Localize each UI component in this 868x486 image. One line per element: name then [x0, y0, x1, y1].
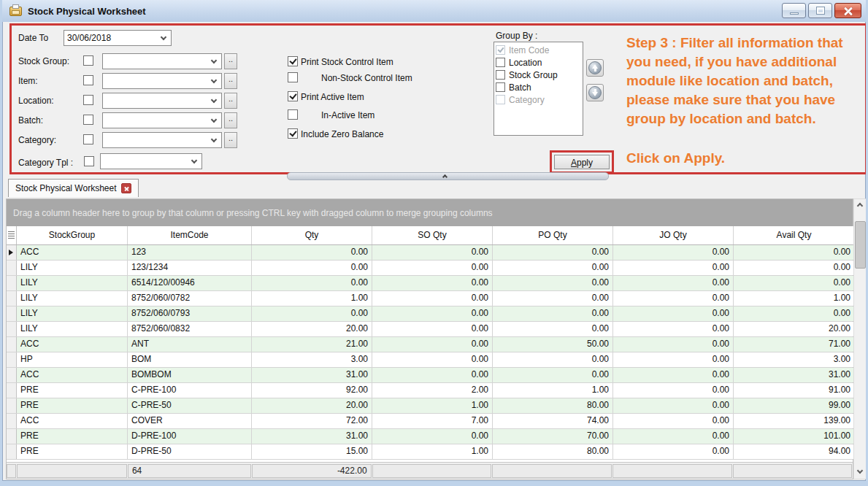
column-header[interactable]: ItemCode — [128, 226, 252, 244]
grid-cell[interactable]: 8752/060/0832 — [128, 322, 252, 336]
option-checkbox[interactable] — [288, 56, 298, 66]
table-row[interactable]: LILY8752/060/07821.000.000.000.001.00 — [7, 291, 853, 306]
grid-cell[interactable]: 0.00 — [372, 245, 493, 260]
grid-cell[interactable]: 0.00 — [372, 261, 493, 275]
row-indicator[interactable] — [7, 261, 17, 275]
row-indicator[interactable] — [7, 383, 17, 398]
browse-button[interactable]: .. — [224, 132, 237, 148]
grid-cell[interactable]: LILY — [17, 306, 128, 321]
grid-cell[interactable]: 0.00 — [613, 352, 734, 367]
filter-combobox[interactable] — [102, 112, 222, 128]
grid-cell[interactable]: HP — [17, 352, 128, 367]
grid-cell[interactable]: 92.00 — [252, 383, 372, 398]
grid-cell[interactable]: 2.00 — [372, 383, 493, 398]
grid-cell[interactable]: 0.00 — [372, 322, 493, 336]
grid-cell[interactable]: 3.00 — [734, 352, 854, 367]
grid-cell[interactable]: LILY — [17, 291, 128, 306]
grid-cell[interactable]: 20.00 — [734, 322, 854, 336]
group-by-item[interactable]: Category — [496, 93, 583, 106]
group-by-checkbox[interactable] — [496, 58, 505, 67]
table-row[interactable]: PRED-PRE-10031.000.0070.000.00101.00 — [7, 429, 853, 444]
grid-cell[interactable]: PRE — [17, 383, 128, 398]
grid-cell[interactable]: 21.00 — [252, 337, 372, 352]
browse-button[interactable]: .. — [224, 53, 237, 69]
group-by-item[interactable]: Batch — [496, 81, 583, 93]
grid-cell[interactable]: 0.00 — [734, 306, 854, 321]
grid-cell[interactable]: C-PRE-50 — [128, 398, 252, 413]
grid-cell[interactable]: 0.00 — [613, 322, 734, 336]
grid-cell[interactable]: 0.00 — [493, 368, 613, 382]
grid-cell[interactable]: 0.00 — [252, 276, 372, 290]
column-header[interactable]: JO Qty — [613, 226, 734, 244]
filter-combobox[interactable] — [102, 53, 222, 69]
grid-cell[interactable]: BOMBOM — [128, 368, 252, 382]
grid-cell[interactable]: 0.00 — [372, 306, 493, 321]
grid-cell[interactable]: 74.00 — [493, 414, 613, 428]
group-by-drop-zone[interactable]: Drag a column header here to group by th… — [7, 199, 853, 226]
grid-cell[interactable]: 0.00 — [372, 276, 493, 290]
grid-cell[interactable]: 91.00 — [734, 383, 854, 398]
grid-cell[interactable]: 1.00 — [372, 398, 493, 413]
grid-cell[interactable]: 0.00 — [613, 291, 734, 306]
table-row[interactable]: LILY123/12340.000.000.000.000.00 — [7, 261, 853, 276]
grid-cell[interactable]: 0.00 — [613, 337, 734, 352]
option-checkbox[interactable] — [288, 91, 298, 101]
table-row[interactable]: ACCANT21.000.0050.000.0071.00 — [7, 337, 853, 352]
grid-cell[interactable]: 0.00 — [734, 261, 854, 275]
grid-cell[interactable]: 70.00 — [493, 429, 613, 444]
grid-cell[interactable]: 0.00 — [613, 444, 734, 459]
grid-cell[interactable]: COVER — [128, 414, 252, 428]
grid-cell[interactable]: 0.00 — [493, 245, 613, 260]
grid-cell[interactable]: 0.00 — [613, 429, 734, 444]
grid-cell[interactable]: 0.00 — [613, 261, 734, 275]
table-row[interactable]: ACCCOVER72.007.0074.000.00139.00 — [7, 414, 853, 429]
grid-cell[interactable]: 0.00 — [734, 245, 854, 260]
grid-cell[interactable]: D-PRE-100 — [128, 429, 252, 444]
grid-cell[interactable]: 0.00 — [493, 261, 613, 275]
column-header[interactable]: StockGroup — [17, 226, 128, 244]
group-by-item[interactable]: Stock Group — [496, 69, 583, 81]
tab-stock-physical-worksheet[interactable]: Stock Physical Worksheet — [8, 179, 139, 197]
filter-checkbox[interactable] — [83, 75, 93, 85]
grid-cell[interactable]: D-PRE-50 — [128, 444, 252, 459]
group-by-listbox[interactable]: Item CodeLocationStock GroupBatchCategor… — [493, 42, 583, 136]
grid-cell[interactable]: 0.00 — [493, 291, 613, 306]
grid-cell[interactable]: 99.00 — [734, 398, 854, 413]
grid-cell[interactable]: C-PRE-100 — [128, 383, 252, 398]
row-indicator[interactable] — [7, 276, 17, 290]
grid-cell[interactable]: 0.00 — [372, 291, 493, 306]
table-row[interactable]: PREC-PRE-10092.002.001.000.0091.00 — [7, 383, 853, 398]
splitter-collapse-bar[interactable] — [287, 172, 609, 180]
grid-cell[interactable]: PRE — [17, 429, 128, 444]
table-row[interactable]: HPBOM3.000.000.000.003.00 — [7, 352, 853, 368]
table-row[interactable]: ACC1230.000.000.000.000.00 — [7, 245, 853, 261]
group-by-checkbox[interactable] — [496, 45, 505, 55]
table-row[interactable]: ACCBOMBOM31.000.000.000.0031.00 — [7, 368, 853, 383]
grid-cell[interactable]: 80.00 — [493, 444, 613, 459]
browse-button[interactable]: .. — [224, 93, 237, 109]
grid-cell[interactable]: ACC — [17, 414, 128, 428]
grid-cell[interactable]: 72.00 — [252, 414, 372, 428]
category-tpl-checkbox[interactable] — [84, 156, 94, 166]
grid-cell[interactable]: 0.00 — [613, 383, 734, 398]
grid-cell[interactable]: 0.00 — [613, 414, 734, 428]
grid-cell[interactable]: 31.00 — [252, 368, 372, 382]
grid-cell[interactable]: PRE — [17, 444, 128, 459]
grid-cell[interactable]: 0.00 — [252, 261, 372, 275]
grid-cell[interactable]: 0.00 — [372, 429, 493, 444]
row-indicator[interactable] — [7, 291, 17, 306]
row-indicator[interactable] — [7, 398, 17, 413]
grid-cell[interactable]: 1.00 — [252, 291, 372, 306]
filter-combobox[interactable] — [102, 93, 222, 109]
grid-cell[interactable]: 0.00 — [372, 337, 493, 352]
grid-cell[interactable]: 94.00 — [734, 444, 854, 459]
grid-cell[interactable]: 123 — [128, 245, 252, 260]
grid-cell[interactable]: 0.00 — [493, 352, 613, 367]
column-header[interactable]: SO Qty — [372, 226, 493, 244]
grid-cell[interactable]: ACC — [17, 245, 128, 260]
row-indicator[interactable] — [7, 444, 17, 459]
row-indicator[interactable] — [7, 322, 17, 336]
grid-cell[interactable]: 1.00 — [372, 444, 493, 459]
category-tpl-combobox[interactable] — [100, 153, 202, 169]
scrollbar-thumb[interactable] — [855, 221, 866, 269]
